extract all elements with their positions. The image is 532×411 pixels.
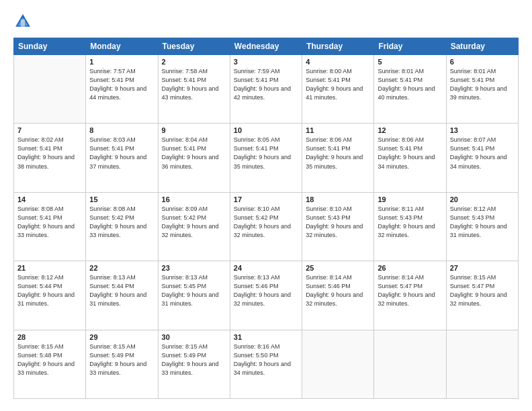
day-info: Sunrise: 8:04 AMSunset: 5:41 PMDaylight:…: [162, 136, 226, 171]
calendar-cell: 31Sunrise: 8:16 AMSunset: 5:50 PMDayligh…: [230, 330, 302, 398]
day-number: 9: [162, 126, 226, 134]
day-number: 23: [162, 264, 226, 272]
day-info: Sunrise: 8:01 AMSunset: 5:41 PMDaylight:…: [378, 67, 442, 102]
calendar-cell: 4Sunrise: 8:00 AMSunset: 5:41 PMDaylight…: [302, 55, 374, 124]
logo-icon: [13, 12, 32, 31]
week-row-2: 7Sunrise: 8:02 AMSunset: 5:41 PMDaylight…: [14, 124, 519, 192]
calendar-cell: 23Sunrise: 8:13 AMSunset: 5:45 PMDayligh…: [158, 261, 230, 330]
day-number: 2: [162, 58, 226, 66]
day-number: 13: [450, 126, 515, 134]
day-info: Sunrise: 8:10 AMSunset: 5:43 PMDaylight:…: [306, 205, 370, 240]
calendar-table: SundayMondayTuesdayWednesdayThursdayFrid…: [13, 38, 519, 399]
day-number: 10: [234, 126, 298, 134]
day-info: Sunrise: 8:06 AMSunset: 5:41 PMDaylight:…: [306, 136, 370, 171]
calendar-cell: 18Sunrise: 8:10 AMSunset: 5:43 PMDayligh…: [302, 192, 374, 261]
calendar-cell: 19Sunrise: 8:11 AMSunset: 5:43 PMDayligh…: [374, 192, 446, 261]
calendar-cell: 24Sunrise: 8:13 AMSunset: 5:46 PMDayligh…: [230, 261, 302, 330]
weekday-header-friday: Friday: [374, 38, 446, 55]
day-number: 22: [89, 264, 154, 272]
calendar-cell: 5Sunrise: 8:01 AMSunset: 5:41 PMDaylight…: [374, 55, 446, 124]
day-info: Sunrise: 8:15 AMSunset: 5:47 PMDaylight:…: [450, 273, 515, 308]
weekday-header-thursday: Thursday: [302, 38, 374, 55]
day-number: 29: [89, 333, 154, 341]
day-info: Sunrise: 8:12 AMSunset: 5:43 PMDaylight:…: [450, 205, 515, 240]
day-info: Sunrise: 8:03 AMSunset: 5:41 PMDaylight:…: [89, 136, 154, 171]
day-info: Sunrise: 8:08 AMSunset: 5:42 PMDaylight:…: [89, 205, 154, 240]
day-number: 31: [234, 333, 298, 341]
calendar-cell: 20Sunrise: 8:12 AMSunset: 5:43 PMDayligh…: [446, 192, 518, 261]
weekday-header-saturday: Saturday: [446, 38, 518, 55]
calendar-cell: 17Sunrise: 8:10 AMSunset: 5:42 PMDayligh…: [230, 192, 302, 261]
day-info: Sunrise: 8:10 AMSunset: 5:42 PMDaylight:…: [234, 205, 298, 240]
calendar-cell: 16Sunrise: 8:09 AMSunset: 5:42 PMDayligh…: [158, 192, 230, 261]
calendar-cell: 27Sunrise: 8:15 AMSunset: 5:47 PMDayligh…: [446, 261, 518, 330]
calendar-cell: [14, 55, 86, 124]
day-number: 5: [378, 58, 442, 66]
day-info: Sunrise: 8:13 AMSunset: 5:45 PMDaylight:…: [162, 273, 226, 308]
day-number: 19: [378, 195, 442, 203]
day-info: Sunrise: 8:13 AMSunset: 5:44 PMDaylight:…: [89, 273, 154, 308]
day-number: 17: [234, 195, 298, 203]
day-number: 12: [378, 126, 442, 134]
day-number: 26: [378, 264, 442, 272]
page: SundayMondayTuesdayWednesdayThursdayFrid…: [0, 0, 532, 411]
day-number: 8: [89, 126, 154, 134]
day-number: 16: [162, 195, 226, 203]
day-number: 1: [89, 58, 154, 66]
day-info: Sunrise: 8:00 AMSunset: 5:41 PMDaylight:…: [306, 67, 370, 102]
day-number: 4: [306, 58, 370, 66]
day-info: Sunrise: 8:15 AMSunset: 5:49 PMDaylight:…: [162, 342, 226, 377]
calendar-cell: 21Sunrise: 8:12 AMSunset: 5:44 PMDayligh…: [14, 261, 86, 330]
day-info: Sunrise: 8:09 AMSunset: 5:42 PMDaylight:…: [162, 205, 226, 240]
calendar-cell: 22Sunrise: 8:13 AMSunset: 5:44 PMDayligh…: [86, 261, 158, 330]
week-row-4: 21Sunrise: 8:12 AMSunset: 5:44 PMDayligh…: [14, 261, 519, 330]
calendar-cell: 14Sunrise: 8:08 AMSunset: 5:41 PMDayligh…: [14, 192, 86, 261]
day-number: 30: [162, 333, 226, 341]
calendar-cell: 30Sunrise: 8:15 AMSunset: 5:49 PMDayligh…: [158, 330, 230, 398]
day-number: 24: [234, 264, 298, 272]
logo: [13, 12, 35, 31]
calendar-cell: 29Sunrise: 8:15 AMSunset: 5:49 PMDayligh…: [86, 330, 158, 398]
day-number: 21: [17, 264, 82, 272]
calendar-cell: 1Sunrise: 7:57 AMSunset: 5:41 PMDaylight…: [86, 55, 158, 124]
day-info: Sunrise: 8:11 AMSunset: 5:43 PMDaylight:…: [378, 205, 442, 240]
calendar-cell: 6Sunrise: 8:01 AMSunset: 5:41 PMDaylight…: [446, 55, 518, 124]
calendar-cell: 2Sunrise: 7:58 AMSunset: 5:41 PMDaylight…: [158, 55, 230, 124]
week-row-3: 14Sunrise: 8:08 AMSunset: 5:41 PMDayligh…: [14, 192, 519, 261]
calendar-cell: 9Sunrise: 8:04 AMSunset: 5:41 PMDaylight…: [158, 124, 230, 192]
week-row-5: 28Sunrise: 8:15 AMSunset: 5:48 PMDayligh…: [14, 330, 519, 398]
calendar-cell: [374, 330, 446, 398]
weekday-header-sunday: Sunday: [14, 38, 86, 55]
day-number: 18: [306, 195, 370, 203]
day-info: Sunrise: 8:08 AMSunset: 5:41 PMDaylight:…: [17, 205, 82, 240]
calendar-cell: 3Sunrise: 7:59 AMSunset: 5:41 PMDaylight…: [230, 55, 302, 124]
day-info: Sunrise: 8:05 AMSunset: 5:41 PMDaylight:…: [234, 136, 298, 171]
day-info: Sunrise: 7:59 AMSunset: 5:41 PMDaylight:…: [234, 67, 298, 102]
calendar-cell: 10Sunrise: 8:05 AMSunset: 5:41 PMDayligh…: [230, 124, 302, 192]
day-info: Sunrise: 8:14 AMSunset: 5:47 PMDaylight:…: [378, 273, 442, 308]
day-number: 11: [306, 126, 370, 134]
calendar-cell: 28Sunrise: 8:15 AMSunset: 5:48 PMDayligh…: [14, 330, 86, 398]
day-info: Sunrise: 8:02 AMSunset: 5:41 PMDaylight:…: [17, 136, 82, 171]
day-number: 3: [234, 58, 298, 66]
header: [13, 12, 519, 31]
weekday-header-tuesday: Tuesday: [158, 38, 230, 55]
calendar-cell: 12Sunrise: 8:06 AMSunset: 5:41 PMDayligh…: [374, 124, 446, 192]
day-number: 25: [306, 264, 370, 272]
day-info: Sunrise: 8:06 AMSunset: 5:41 PMDaylight:…: [378, 136, 442, 171]
day-info: Sunrise: 8:07 AMSunset: 5:41 PMDaylight:…: [450, 136, 515, 171]
calendar-cell: 15Sunrise: 8:08 AMSunset: 5:42 PMDayligh…: [86, 192, 158, 261]
calendar-cell: 26Sunrise: 8:14 AMSunset: 5:47 PMDayligh…: [374, 261, 446, 330]
day-info: Sunrise: 7:57 AMSunset: 5:41 PMDaylight:…: [89, 67, 154, 102]
day-number: 14: [17, 195, 82, 203]
calendar-cell: [302, 330, 374, 398]
day-number: 27: [450, 264, 515, 272]
day-info: Sunrise: 8:12 AMSunset: 5:44 PMDaylight:…: [17, 273, 82, 308]
day-number: 15: [89, 195, 154, 203]
day-info: Sunrise: 8:01 AMSunset: 5:41 PMDaylight:…: [450, 67, 515, 102]
calendar-cell: 8Sunrise: 8:03 AMSunset: 5:41 PMDaylight…: [86, 124, 158, 192]
calendar-cell: 11Sunrise: 8:06 AMSunset: 5:41 PMDayligh…: [302, 124, 374, 192]
day-info: Sunrise: 8:15 AMSunset: 5:48 PMDaylight:…: [17, 342, 82, 377]
weekday-header-monday: Monday: [86, 38, 158, 55]
calendar-cell: 25Sunrise: 8:14 AMSunset: 5:46 PMDayligh…: [302, 261, 374, 330]
